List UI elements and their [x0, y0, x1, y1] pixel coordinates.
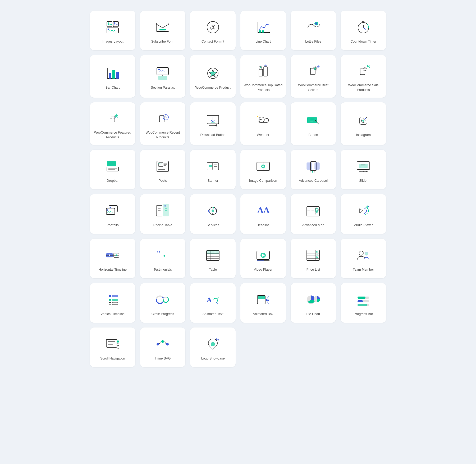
svg-line-55	[257, 116, 258, 117]
widget-card-banner[interactable]: Banner	[190, 150, 236, 189]
widget-card-pricing-table[interactable]: $ Pricing Table	[140, 194, 186, 234]
instagram-label: Instagram	[356, 133, 371, 138]
section-parallax-label: Section Parallax	[151, 85, 175, 90]
button-icon	[305, 112, 322, 129]
widget-card-audio-player[interactable]: Audio Player	[341, 194, 386, 234]
widget-card-dropbar[interactable]: Dropbar	[90, 150, 135, 189]
widget-card-woocommerce-top-rated[interactable]: WooCommerce Top Rated Products	[240, 55, 286, 98]
svg-rect-13	[262, 30, 264, 33]
team-member-label: Team Member	[353, 267, 374, 272]
line-chart-label: Line Chart	[255, 39, 271, 44]
svg-line-56	[259, 115, 259, 116]
svg-rect-150	[207, 251, 219, 254]
bar-chart-label: Bar Chart	[106, 85, 120, 90]
svg-rect-181	[258, 296, 265, 299]
widget-card-lottie-files[interactable]: Lottie Files	[291, 11, 336, 50]
testimonials-icon: " "	[154, 247, 171, 264]
slider-icon	[355, 158, 372, 175]
widget-card-woocommerce-sale[interactable]: % WooCommerce Sale Products	[341, 55, 386, 98]
widget-card-advanced-map[interactable]: Advanced Map	[291, 194, 336, 234]
widget-card-vertical-timeline[interactable]: Vertical Timeline	[90, 283, 135, 323]
widget-card-team-member[interactable]: Team Member	[341, 239, 386, 278]
svg-rect-40	[360, 69, 365, 75]
widget-card-slider[interactable]: Slider	[341, 150, 386, 189]
testimonials-label: Testimonials	[154, 267, 172, 272]
svg-point-165	[365, 252, 368, 255]
download-button-label: Download Button	[200, 133, 226, 138]
team-member-icon	[355, 247, 372, 264]
widget-card-download-button[interactable]: Download Button	[190, 102, 236, 145]
subscribe-form-icon	[154, 19, 171, 36]
svg-point-4	[114, 22, 115, 24]
progress-bar-icon	[355, 291, 372, 308]
svg-point-96	[314, 171, 315, 172]
svg-text:A: A	[207, 296, 212, 304]
widget-card-video-player[interactable]: Video Player	[240, 239, 286, 278]
widget-card-table[interactable]: Table	[190, 239, 236, 278]
widget-card-price-list[interactable]: $ $ $ Price List	[291, 239, 336, 278]
svg-point-121	[212, 210, 214, 212]
widget-card-contact-form-7[interactable]: @ Contact Form 7	[190, 11, 236, 50]
widget-card-images-layout[interactable]: Images Layout	[90, 11, 135, 50]
widget-card-woocommerce-best-sellers[interactable]: WooCommerce Best Sellers	[291, 55, 336, 98]
vertical-timeline-label: Vertical Timeline	[100, 312, 125, 317]
widget-card-subscribe-form[interactable]: Subscribe Form	[140, 11, 186, 50]
widget-card-inline-svg[interactable]: Inline SVG	[140, 327, 186, 367]
svg-text:@: @	[210, 24, 216, 30]
widget-card-pie-chart[interactable]: Pie Chart	[291, 283, 336, 323]
svg-text:": "	[157, 249, 160, 258]
svg-point-65	[365, 118, 366, 119]
widget-card-button[interactable]: Button	[291, 102, 336, 145]
svg-rect-170	[112, 295, 118, 297]
widget-card-headline[interactable]: AA Headline	[240, 194, 286, 234]
portfolio-icon	[104, 202, 121, 219]
widget-card-scroll-navigation[interactable]: Scroll Navigation	[90, 327, 135, 367]
widget-card-testimonials[interactable]: " " Testimonials	[140, 239, 186, 278]
widget-card-woocommerce-recent[interactable]: WooCommerce Recent Products	[140, 102, 186, 145]
widget-card-animated-box[interactable]: Animated Box	[240, 283, 286, 323]
section-parallax-icon	[154, 65, 171, 82]
advanced-carousel-icon	[305, 158, 322, 175]
woocommerce-recent-icon	[154, 110, 171, 127]
vertical-timeline-icon	[104, 291, 121, 308]
widget-card-line-chart[interactable]: Line Chart	[240, 11, 286, 50]
widget-card-bar-chart[interactable]: Bar Chart	[90, 55, 135, 98]
widget-card-progress-bar[interactable]: Progress Bar	[341, 283, 386, 323]
widget-card-woocommerce-product[interactable]: WooCommerce Product	[190, 55, 236, 98]
widget-card-woocommerce-featured[interactable]: WooCommerce Featured Products	[90, 102, 135, 145]
svg-rect-192	[106, 339, 117, 347]
svg-point-167	[109, 295, 111, 297]
horizontal-timeline-icon	[104, 247, 121, 264]
widget-card-posts[interactable]: Posts	[140, 150, 186, 189]
widget-card-instagram[interactable]: Instagram	[341, 102, 386, 145]
instagram-icon	[355, 112, 372, 129]
banner-label: Banner	[208, 179, 218, 183]
table-icon	[204, 247, 221, 264]
svg-point-97	[310, 171, 311, 172]
portfolio-label: Portfolio	[107, 223, 119, 228]
svg-marker-39	[317, 65, 320, 68]
dropbar-label: Dropbar	[107, 179, 118, 183]
widget-grid: Images Layout Subscribe Form @ Contact F…	[90, 11, 386, 367]
svg-rect-23	[109, 73, 111, 79]
widget-card-image-comparison[interactable]: Image Comparison	[240, 150, 286, 189]
svg-point-3	[107, 22, 109, 24]
widget-card-portfolio[interactable]: Portfolio	[90, 194, 135, 234]
line-chart-icon	[255, 19, 272, 36]
widget-card-services[interactable]: Services	[190, 194, 236, 234]
widget-card-weather[interactable]: Weather	[240, 102, 286, 145]
widget-card-logo-showcase[interactable]: % Logo Showcase	[190, 327, 236, 367]
animated-box-label: Animated Box	[253, 312, 273, 317]
circle-progress-label: Circle Progress	[152, 312, 174, 317]
widget-card-section-parallax[interactable]: Section Parallax	[140, 55, 186, 98]
widget-card-advanced-carousel[interactable]: Advanced Carousel	[291, 150, 336, 189]
widget-card-countdown-timer[interactable]: Countdown Timer	[341, 11, 386, 50]
widget-card-animated-text[interactable]: A Animated Text	[190, 283, 236, 323]
svg-point-95	[312, 171, 313, 173]
svg-line-20	[363, 28, 366, 29]
woocommerce-top-rated-label: WooCommerce Top Rated Products	[244, 83, 283, 92]
widget-card-circle-progress[interactable]: Circle Progress	[140, 283, 186, 323]
widget-card-horizontal-timeline[interactable]: Horizontal Timeline	[90, 239, 135, 278]
progress-bar-label: Progress Bar	[354, 312, 373, 317]
svg-point-198	[117, 347, 119, 349]
